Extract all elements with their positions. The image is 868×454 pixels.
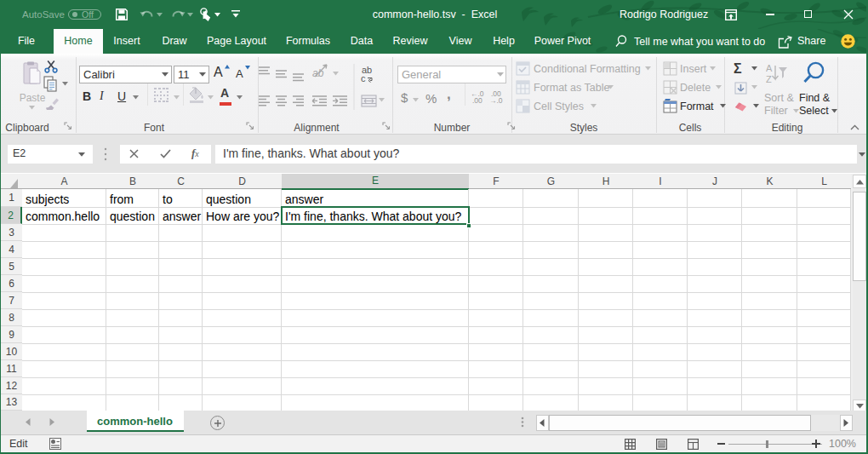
svg-text:Z: Z — [766, 74, 772, 84]
svg-text:c: c — [361, 73, 366, 83]
svg-text:A: A — [766, 63, 773, 73]
